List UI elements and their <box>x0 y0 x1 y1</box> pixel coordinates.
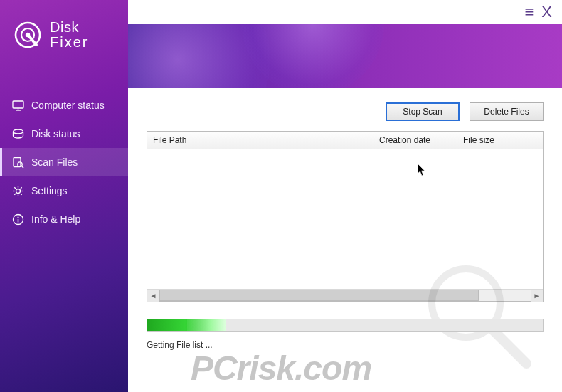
action-buttons: Stop Scan Delete Files <box>147 102 544 121</box>
window-controls: ≡ X <box>128 0 562 24</box>
svg-point-20 <box>17 216 18 218</box>
sidebar-item-label: Computer status <box>31 100 105 111</box>
scroll-thumb[interactable] <box>159 290 479 301</box>
sidebar-item-label: Disk status <box>31 128 80 139</box>
sidebar-item-computer-status[interactable]: Computer status <box>0 91 128 120</box>
svg-rect-3 <box>13 101 23 108</box>
scroll-track[interactable] <box>159 290 531 301</box>
svg-point-10 <box>16 189 20 193</box>
sidebar-item-settings[interactable]: Settings <box>0 176 128 205</box>
app-window: Disk Fixer Computer status Disk status <box>0 0 562 392</box>
sidebar: Disk Fixer Computer status Disk status <box>0 0 128 392</box>
svg-line-15 <box>14 187 16 189</box>
file-table: File Path Creation date File size ◄ ► <box>147 131 544 302</box>
stop-scan-button[interactable]: Stop Scan <box>386 102 460 121</box>
file-search-icon <box>11 156 24 169</box>
status-text: Getting File list ... <box>147 340 544 350</box>
sidebar-nav: Computer status Disk status Scan Files S… <box>0 91 128 233</box>
scroll-right-arrow-icon[interactable]: ► <box>531 290 543 302</box>
sidebar-item-label: Settings <box>31 185 68 196</box>
sidebar-item-scan-files[interactable]: Scan Files <box>0 148 128 176</box>
progress-bar <box>147 319 544 332</box>
column-file-size[interactable]: File size <box>457 132 543 149</box>
delete-files-button[interactable]: Delete Files <box>470 102 544 121</box>
hamburger-icon[interactable]: ≡ <box>524 4 531 20</box>
app-logo: Disk Fixer <box>0 0 128 71</box>
progress-area: Getting File list ... <box>147 319 544 350</box>
cursor-icon <box>418 164 426 179</box>
svg-line-17 <box>14 194 16 195</box>
monitor-icon <box>11 99 24 112</box>
column-creation-date[interactable]: Creation date <box>373 132 457 149</box>
content-area: Stop Scan Delete Files File Path Creatio… <box>128 88 562 392</box>
main-panel: ≡ X Stop Scan Delete Files File Path Cre… <box>128 0 562 392</box>
sidebar-item-info-help[interactable]: Info & Help <box>0 205 128 233</box>
horizontal-scrollbar[interactable]: ◄ ► <box>147 289 543 301</box>
svg-line-16 <box>21 194 22 195</box>
app-title-line1: Disk <box>50 20 88 35</box>
svg-line-9 <box>21 166 23 168</box>
hero-banner <box>128 24 562 88</box>
table-header: File Path Creation date File size <box>147 132 543 149</box>
svg-point-8 <box>17 161 21 166</box>
sidebar-item-disk-status[interactable]: Disk status <box>0 120 128 148</box>
sidebar-item-label: Info & Help <box>31 213 80 225</box>
sidebar-item-label: Scan Files <box>31 157 78 168</box>
disk-fixer-logo-icon <box>13 20 43 50</box>
gear-icon <box>11 184 24 197</box>
column-file-path[interactable]: File Path <box>147 132 373 149</box>
svg-line-18 <box>21 187 22 189</box>
app-title: Disk Fixer <box>50 20 88 50</box>
app-title-line2: Fixer <box>50 35 88 50</box>
scroll-left-arrow-icon[interactable]: ◄ <box>147 290 159 302</box>
svg-point-6 <box>13 129 23 134</box>
progress-head <box>187 319 227 331</box>
close-icon[interactable]: X <box>541 4 552 20</box>
info-icon <box>11 213 24 226</box>
table-body <box>147 149 543 289</box>
disk-icon <box>11 127 24 140</box>
